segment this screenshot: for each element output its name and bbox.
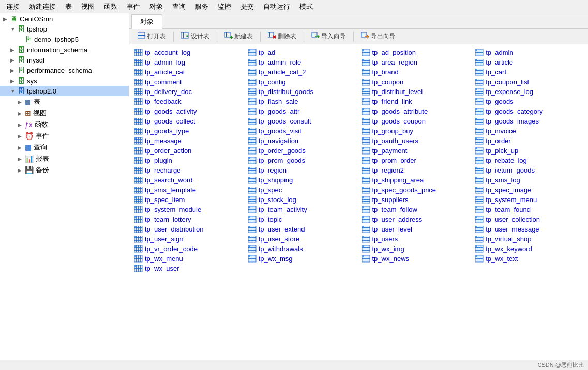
table-item[interactable]: tp_team_found — [472, 205, 586, 214]
table-item[interactable]: tp_goods_collect — [131, 116, 245, 126]
table-item[interactable]: tp_shipping — [245, 175, 359, 185]
table-item[interactable]: tp_wx_img — [359, 244, 473, 254]
table-item[interactable]: tp_recharge — [131, 165, 245, 175]
table-item[interactable]: tp_virtual_shop — [472, 234, 586, 244]
table-item[interactable]: tp_goods_attribute — [359, 106, 473, 116]
table-item[interactable]: tp_sms_template — [131, 185, 245, 195]
menu-query[interactable]: 查询 — [168, 1, 190, 12]
menu-view[interactable]: 视图 — [77, 1, 99, 12]
import-wizard-button[interactable]: 导入向导 — [307, 31, 350, 42]
table-item[interactable]: tp_cart — [472, 67, 586, 77]
table-item[interactable]: tp_goods_visit — [245, 126, 359, 136]
table-item[interactable]: tp_withdrawals — [245, 244, 359, 254]
sidebar-views[interactable]: ▶ ⊞ 视图 — [0, 107, 129, 119]
table-item[interactable]: tp_vr_order_code — [131, 244, 245, 254]
table-item[interactable]: tp_user_level — [359, 224, 473, 234]
table-item[interactable]: tp_wx_msg — [245, 254, 359, 264]
table-item[interactable]: tp_pick_up — [472, 146, 586, 156]
table-item[interactable]: tp_region — [245, 165, 359, 175]
menu-function[interactable]: 函数 — [100, 1, 122, 12]
menu-monitor[interactable]: 监控 — [214, 1, 235, 12]
table-item[interactable]: tp_oauth_users — [359, 136, 473, 146]
table-item[interactable]: tp_stock_log — [245, 195, 359, 205]
menu-commit[interactable]: 提交 — [236, 1, 258, 12]
design-table-button[interactable]: 设计表 — [177, 31, 214, 42]
table-item[interactable]: tp_team_activity — [245, 205, 359, 214]
table-item[interactable]: tp_wx_text — [472, 254, 586, 264]
table-item[interactable]: tp_goods_consult — [245, 116, 359, 126]
table-item[interactable]: tp_topic — [245, 214, 359, 224]
table-item[interactable]: tp_article_cat_2 — [245, 67, 359, 77]
table-item[interactable]: tp_admin_log — [131, 57, 245, 67]
table-item[interactable]: tp_order — [472, 136, 586, 146]
table-item[interactable]: tp_plugin — [131, 156, 245, 165]
table-item[interactable]: tp_rebate_log — [472, 156, 586, 165]
menu-connect[interactable]: 连接 — [2, 1, 24, 12]
menu-table[interactable]: 表 — [61, 1, 76, 12]
menu-object[interactable]: 对象 — [145, 1, 167, 12]
table-item[interactable]: tp_article — [472, 57, 586, 67]
sidebar-db-mysql[interactable]: ▶ 🗄 mysql — [0, 55, 129, 65]
table-item[interactable]: tp_goods_activity — [131, 106, 245, 116]
table-item[interactable]: tp_brand — [359, 67, 473, 77]
table-item[interactable]: tp_spec_goods_price — [359, 185, 473, 195]
table-item[interactable]: tp_user_collection — [472, 214, 586, 224]
new-table-button[interactable]: 新建表 — [220, 31, 257, 42]
sidebar-functions[interactable]: ▶ ƒx 函数 — [0, 119, 129, 130]
table-item[interactable]: tp_coupon — [359, 77, 473, 87]
table-item[interactable]: tp_flash_sale — [245, 97, 359, 106]
table-item[interactable]: tp_article_cat — [131, 67, 245, 77]
table-item[interactable]: tp_users — [359, 234, 473, 244]
table-item[interactable]: tp_coupon_list — [472, 77, 586, 87]
table-item[interactable]: tp_sms_log — [472, 175, 586, 185]
table-item[interactable]: tp_user_extend — [245, 224, 359, 234]
table-item[interactable]: tp_group_buy — [359, 126, 473, 136]
export-wizard-button[interactable]: 导出向导 — [357, 31, 400, 42]
table-item[interactable]: tp_goods_coupon — [359, 116, 473, 126]
sidebar-queries[interactable]: ▶ ▤ 查询 — [0, 142, 129, 153]
sidebar-reports[interactable]: ▶ 📊 报表 — [0, 153, 129, 164]
table-item[interactable]: tp_config — [245, 77, 359, 87]
table-item[interactable]: tp_suppliers — [359, 195, 473, 205]
sidebar-events[interactable]: ▶ ⏰ 事件 — [0, 130, 129, 142]
table-item[interactable]: tp_comment — [131, 77, 245, 87]
table-item[interactable]: tp_user_sign — [131, 234, 245, 244]
sidebar-db-tpshop2[interactable]: ▼ 🗄 tpshop2.0 — [0, 86, 129, 96]
table-item[interactable]: tp_ad — [245, 48, 359, 57]
menu-event[interactable]: 事件 — [123, 1, 144, 12]
sidebar-backups[interactable]: ▶ 💾 备份 — [0, 164, 129, 176]
table-item[interactable]: tp_system_menu — [472, 195, 586, 205]
table-item[interactable]: tp_return_goods — [472, 165, 586, 175]
table-item[interactable]: tp_search_word — [131, 175, 245, 185]
table-item[interactable]: tp_team_lottery — [131, 214, 245, 224]
sidebar-db-perf[interactable]: ▶ 🗄 performance_schema — [0, 65, 129, 75]
table-item[interactable]: tp_expense_log — [472, 87, 586, 97]
table-item[interactable]: tp_area_region — [359, 57, 473, 67]
table-item[interactable]: tp_user_message — [472, 224, 586, 234]
table-item[interactable]: tp_admin — [472, 48, 586, 57]
table-item[interactable]: tp_team_follow — [359, 205, 473, 214]
table-item[interactable]: tp_region2 — [359, 165, 473, 175]
sidebar-server-centosmn[interactable]: ▶ 🖥 CentOSmn — [0, 13, 129, 24]
open-table-button[interactable]: 打开表 — [133, 31, 170, 42]
menu-autorun[interactable]: 自动运行 — [259, 1, 294, 12]
table-item[interactable]: tp_order_goods — [245, 146, 359, 156]
menu-schema[interactable]: 模式 — [295, 1, 317, 12]
table-item[interactable]: tp_prom_goods — [245, 156, 359, 165]
table-item[interactable]: tp_invoice — [472, 126, 586, 136]
table-item[interactable]: tp_distribut_level — [359, 87, 473, 97]
table-item[interactable]: tp_distribut_goods — [245, 87, 359, 97]
table-item[interactable]: tp_user_address — [359, 214, 473, 224]
table-item[interactable]: tp_goods_type — [131, 126, 245, 136]
sidebar-tables[interactable]: ▶ ▦ 表 — [0, 96, 129, 107]
table-item[interactable]: tp_account_log — [131, 48, 245, 57]
table-item[interactable]: tp_feedback — [131, 97, 245, 106]
table-item[interactable]: tp_wx_menu — [131, 254, 245, 264]
table-item[interactable]: tp_prom_order — [359, 156, 473, 165]
table-item[interactable]: tp_spec_item — [131, 195, 245, 205]
tab-objects[interactable]: 对象 — [131, 14, 162, 29]
table-item[interactable]: tp_goods_attr — [245, 106, 359, 116]
table-item[interactable]: tp_spec_image — [472, 185, 586, 195]
delete-table-button[interactable]: 删除表 — [264, 31, 300, 42]
table-item[interactable]: tp_wx_user — [131, 264, 245, 273]
